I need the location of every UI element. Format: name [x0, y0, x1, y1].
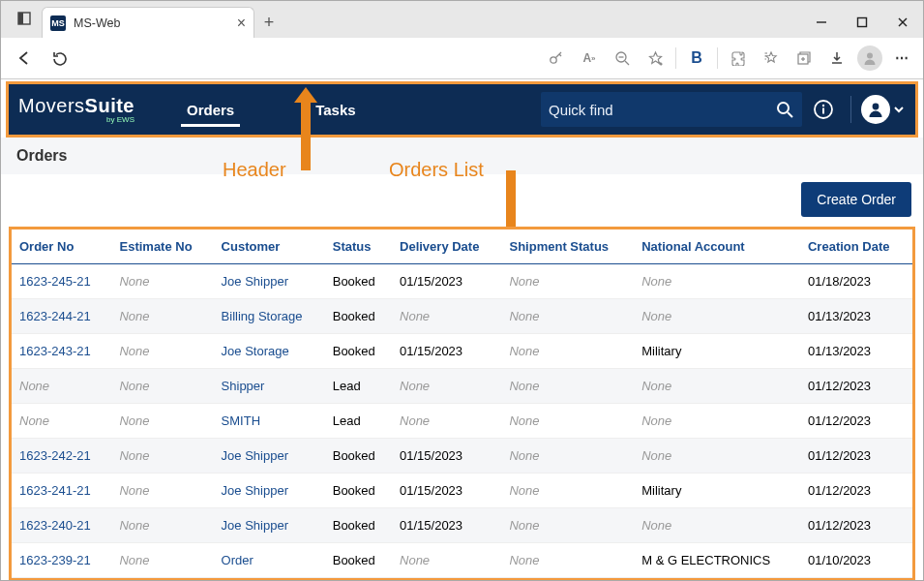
table-cell[interactable]: Joe Storage — [214, 334, 325, 369]
search-icon[interactable] — [775, 100, 794, 119]
refresh-button[interactable] — [44, 43, 75, 74]
browser-toolbar: A» B ⋯ — [1, 38, 923, 78]
bold-b-icon[interactable]: B — [684, 46, 709, 71]
table-cell[interactable]: 1623-245-21 — [12, 264, 111, 299]
table-cell[interactable]: Joe Shipper — [214, 264, 325, 299]
table-cell[interactable]: 1623-243-21 — [12, 334, 111, 369]
table-row[interactable]: 1623-245-21NoneJoe ShipperBooked01/15/20… — [12, 264, 912, 299]
svg-point-19 — [867, 53, 873, 59]
col-status[interactable]: Status — [325, 229, 392, 264]
table-cell: None — [111, 299, 213, 334]
app-logo: MoversSuite by EWS — [18, 95, 134, 124]
read-aloud-icon[interactable]: A» — [577, 46, 602, 71]
table-cell: None — [111, 264, 213, 299]
col-shipment-status[interactable]: Shipment Status — [501, 229, 634, 264]
table-cell: 01/15/2023 — [392, 334, 501, 369]
table-cell[interactable]: Billing Storage — [214, 299, 325, 334]
col-customer[interactable]: Customer — [214, 229, 325, 264]
col-estimate-no[interactable]: Estimate No — [111, 229, 213, 264]
table-cell[interactable]: Order — [214, 543, 325, 578]
tab-title: MS-Web — [74, 16, 229, 30]
key-icon[interactable] — [544, 46, 569, 71]
table-cell[interactable]: Joe Shipper — [214, 439, 325, 474]
favorite-icon[interactable] — [642, 46, 668, 71]
table-cell: Military — [634, 474, 800, 508]
quick-find-input[interactable]: Quick find — [541, 92, 802, 127]
tabstrip-menu-button[interactable] — [11, 5, 38, 32]
table-cell: None — [501, 334, 634, 369]
more-menu-icon[interactable]: ⋯ — [890, 46, 915, 71]
table-cell: None — [501, 299, 634, 334]
svg-point-20 — [778, 103, 789, 113]
orders-table: Order No Estimate No Customer Status Del… — [12, 229, 912, 578]
tab-favicon: MS — [50, 15, 66, 31]
col-delivery-date[interactable]: Delivery Date — [392, 229, 501, 264]
table-cell: 01/10/2023 — [800, 543, 912, 578]
extensions-icon[interactable] — [726, 46, 751, 71]
tab-strip: MS MS-Web × + — [1, 1, 923, 38]
table-row[interactable]: 1623-240-21NoneJoe ShipperBooked01/15/20… — [12, 508, 912, 543]
table-cell: None — [111, 543, 213, 578]
info-icon[interactable] — [806, 92, 841, 127]
table-row[interactable]: 1623-244-21NoneBilling StorageBookedNone… — [12, 299, 912, 334]
tab-close-icon[interactable]: × — [237, 15, 246, 31]
table-cell[interactable]: 1623-242-21 — [12, 439, 111, 474]
zoom-out-icon[interactable] — [610, 46, 635, 71]
table-cell[interactable]: Shipper — [214, 369, 325, 404]
table-row[interactable]: 1623-243-21NoneJoe StorageBooked01/15/20… — [12, 334, 912, 369]
table-cell: None — [12, 404, 111, 439]
table-cell: None — [111, 404, 213, 439]
table-cell: Military — [634, 334, 800, 369]
table-cell: None — [392, 543, 501, 578]
table-row[interactable]: 1623-239-21NoneOrderBookedNoneNoneM & G … — [12, 543, 912, 578]
user-icon — [861, 95, 890, 124]
new-tab-button[interactable]: + — [254, 7, 283, 38]
table-cell: 01/12/2023 — [800, 439, 912, 474]
nav-tasks[interactable]: Tasks — [298, 84, 373, 135]
table-cell[interactable]: 1623-239-21 — [12, 543, 111, 578]
table-cell: 01/15/2023 — [392, 508, 501, 543]
browser-tab[interactable]: MS MS-Web × — [42, 7, 254, 38]
downloads-icon[interactable] — [824, 46, 849, 71]
svg-line-8 — [625, 61, 629, 65]
profile-menu[interactable] — [861, 95, 906, 124]
collections-icon[interactable] — [791, 46, 817, 71]
table-row[interactable]: NoneNoneSMITHLeadNoneNoneNone01/12/2023 — [12, 404, 912, 439]
table-cell: None — [634, 404, 800, 439]
table-cell: None — [392, 299, 501, 334]
table-cell: 01/12/2023 — [800, 508, 912, 543]
table-cell[interactable]: Joe Shipper — [214, 508, 325, 543]
col-order-no[interactable]: Order No — [12, 229, 111, 264]
window-minimize-button[interactable] — [801, 7, 842, 38]
table-cell[interactable]: Joe Shipper — [214, 474, 325, 508]
col-national-account[interactable]: National Account — [634, 229, 800, 264]
window-maximize-button[interactable] — [842, 7, 882, 38]
table-cell: 01/15/2023 — [392, 264, 501, 299]
svg-point-25 — [873, 104, 879, 110]
svg-line-21 — [788, 112, 792, 117]
table-cell: None — [634, 439, 800, 474]
table-cell[interactable]: SMITH — [214, 404, 325, 439]
table-row[interactable]: 1623-242-21NoneJoe ShipperBooked01/15/20… — [12, 439, 912, 474]
table-cell[interactable]: 1623-241-21 — [12, 474, 111, 508]
table-cell: 01/12/2023 — [800, 369, 912, 404]
back-button[interactable] — [9, 43, 40, 74]
table-cell: 01/12/2023 — [800, 474, 912, 508]
table-cell: Booked — [325, 543, 392, 578]
svg-rect-1 — [18, 13, 23, 24]
table-cell[interactable]: 1623-240-21 — [12, 508, 111, 543]
table-row[interactable]: NoneNoneShipperLeadNoneNoneNone01/12/202… — [12, 369, 912, 404]
table-cell: Booked — [325, 299, 392, 334]
col-creation-date[interactable]: Creation Date — [800, 229, 912, 264]
table-cell: None — [111, 334, 213, 369]
browser-chrome: MS MS-Web × + A» B ⋯ — [1, 1, 923, 79]
favorites-list-icon[interactable] — [759, 46, 784, 71]
table-cell[interactable]: 1623-244-21 — [12, 299, 111, 334]
window-close-button[interactable] — [882, 7, 923, 38]
table-cell: M & G ELECTRONICS — [634, 543, 800, 578]
table-row[interactable]: 1623-241-21NoneJoe ShipperBooked01/15/20… — [12, 474, 912, 508]
nav-orders[interactable]: Orders — [169, 84, 252, 135]
create-order-button[interactable]: Create Order — [801, 182, 911, 217]
table-cell: None — [111, 474, 213, 508]
profile-avatar[interactable] — [857, 46, 882, 71]
